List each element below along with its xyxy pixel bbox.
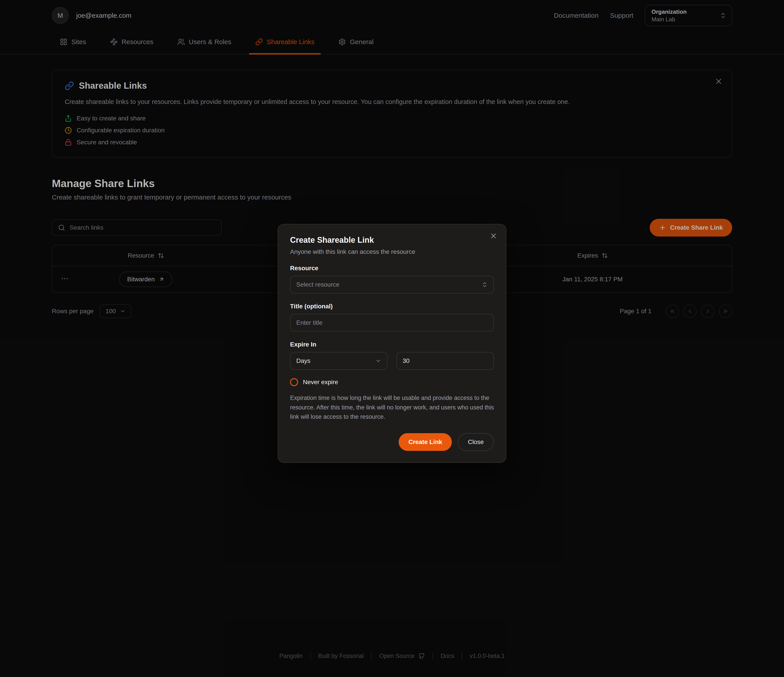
expire-unit-select[interactable]: Days: [290, 352, 387, 370]
app-root: M joe@example.com Documentation Support …: [0, 0, 784, 677]
never-expire-option[interactable]: Never expire: [290, 378, 494, 386]
modal-close-icon[interactable]: [490, 232, 498, 240]
resource-select[interactable]: Select resource: [290, 276, 494, 294]
close-button[interactable]: Close: [457, 433, 494, 451]
expire-unit-value: Days: [296, 357, 310, 364]
expire-in-label: Expire In: [290, 341, 494, 348]
create-shareable-link-modal: Create Shareable Link Anyone with this l…: [278, 224, 506, 463]
expiration-note: Expiration time is how long the link wil…: [290, 393, 494, 422]
chevrons-up-down-icon: [482, 282, 488, 288]
modal-title: Create Shareable Link: [290, 235, 494, 245]
title-field-label: Title (optional): [290, 303, 494, 310]
chevron-down-icon: [375, 358, 381, 364]
resource-select-placeholder: Select resource: [296, 281, 339, 288]
modal-subtitle: Anyone with this link can access the res…: [290, 248, 494, 255]
title-input[interactable]: [290, 314, 494, 331]
never-expire-label: Never expire: [303, 379, 338, 386]
expire-amount-input[interactable]: [397, 352, 494, 370]
resource-field-label: Resource: [290, 265, 494, 272]
radio-icon: [290, 378, 298, 386]
create-link-button[interactable]: Create Link: [399, 433, 452, 451]
